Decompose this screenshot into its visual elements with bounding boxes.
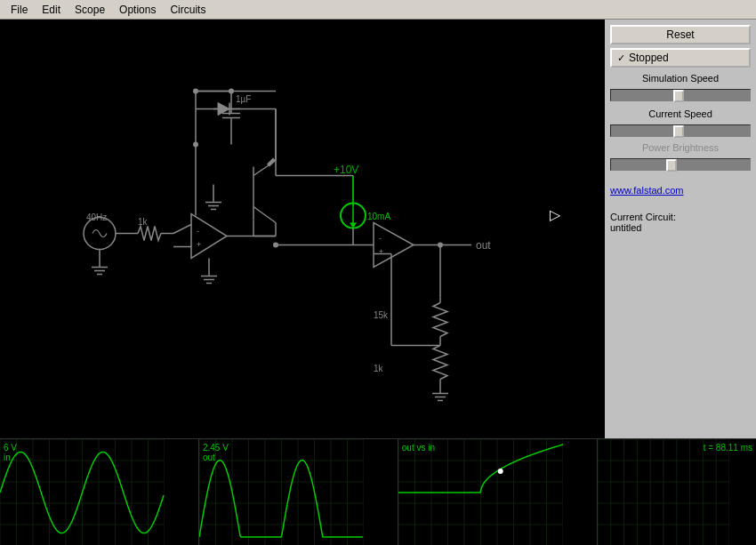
svg-text:10mA: 10mA [367,212,390,221]
scope-panel-output[interactable]: 2.45 V out [199,439,398,545]
scope-panel-outvsin[interactable]: out vs in [398,439,598,545]
svg-rect-0 [0,29,605,429]
svg-point-74 [273,243,278,248]
svg-point-75 [438,243,443,248]
svg-point-77 [193,89,198,94]
sidebar: Reset ✓ Stopped Simulation Speed Current… [605,20,756,438]
menu-edit[interactable]: Edit [35,2,68,18]
svg-text:1k: 1k [138,217,149,227]
svg-text:-: - [197,227,199,236]
current-speed-label: Current Speed [610,108,751,119]
menu-options[interactable]: Options [112,2,163,18]
simulation-speed-thumb[interactable] [673,90,684,102]
svg-text:+: + [197,240,201,249]
svg-text:-: - [379,234,382,243]
scope-panel-time[interactable]: t = 88.11 ms [598,439,756,545]
svg-point-76 [193,142,198,148]
svg-text:1µF: 1µF [236,94,251,104]
svg-text:out: out [476,239,491,252]
scope-time-label: t = 88.11 ms [704,443,752,453]
menu-scope[interactable]: Scope [68,2,112,18]
checkmark-icon: ✓ [617,52,625,64]
scope-input-voltage: 6 V in [4,443,17,462]
svg-text:40Hz: 40Hz [86,212,107,222]
stopped-label: Stopped [629,52,669,64]
website-link[interactable]: www.falstad.com [610,185,684,196]
svg-text:1k: 1k [374,364,384,373]
circuit-name: untitled [610,222,751,233]
svg-point-78 [229,89,234,94]
scope-area: 6 V in 2.45 V out out vs in t = 88.11 ms [0,438,756,545]
svg-text:15k: 15k [374,310,389,320]
scope-outvsin-label: out vs in [402,443,435,453]
main-area: 40Hz 1k - + [0,20,756,438]
menu-circuits[interactable]: Circuits [163,2,213,18]
power-brightness-slider[interactable] [610,158,751,171]
current-circuit-label: Current Circuit: [610,212,751,222]
scope-panel-input[interactable]: 6 V in [0,439,199,545]
current-speed-thumb[interactable] [673,125,684,138]
power-brightness-thumb[interactable] [666,159,677,172]
svg-text:+10V: +10V [334,164,358,176]
stopped-button[interactable]: ✓ Stopped [610,48,751,68]
cursor: ▷ [550,206,560,223]
power-brightness-label: Power Brightness [610,142,751,153]
simulation-speed-label: Simulation Speed [610,73,751,84]
scope-output-voltage: 2.45 V out [203,443,229,462]
reset-button[interactable]: Reset [610,25,751,44]
simulation-speed-slider[interactable] [610,89,751,101]
menubar: File Edit Scope Options Circuits [0,0,756,20]
circuit-canvas[interactable]: 40Hz 1k - + [0,20,605,438]
menu-file[interactable]: File [4,2,35,18]
current-speed-slider[interactable] [610,124,751,137]
